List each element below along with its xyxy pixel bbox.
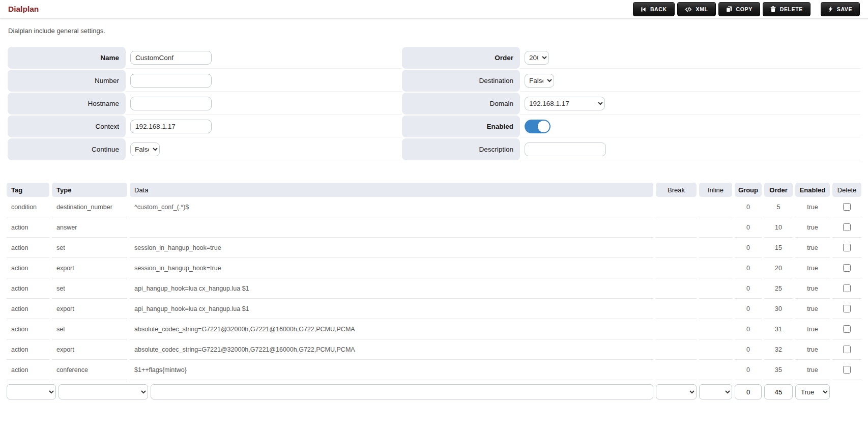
enabled-cell: true [795,258,830,278]
delete-checkbox[interactable] [843,223,851,231]
domain-label: Domain [402,93,520,115]
copy-button[interactable]: COPY [718,2,760,16]
delete-checkbox[interactable] [843,203,851,211]
delete-checkbox[interactable] [843,305,851,312]
order-cell: 10 [764,217,793,238]
order-select[interactable]: 200 [525,51,549,65]
context-input[interactable] [130,120,212,133]
column-header-inline: Inline [699,183,732,197]
new-type-select[interactable] [59,384,148,399]
delete-checkbox[interactable] [843,346,851,353]
column-header-tag[interactable]: Tag [7,183,49,197]
save-button-label: SAVE [837,6,852,12]
new-detail-row: True [7,380,861,399]
hostname-input[interactable] [130,97,212,110]
delete-checkbox[interactable] [843,264,851,272]
tag-cell: action [7,319,49,339]
delete-cell [832,360,861,380]
number-label: Number [8,70,126,92]
form-column-left: NameNumberHostnameContextContinueFalse [8,47,402,161]
tag-cell: action [7,360,49,380]
delete-checkbox[interactable] [843,325,851,333]
new-inline-select[interactable] [699,384,732,399]
data-cell: session_in_hangup_hook=true [130,238,653,258]
data-cell [130,217,653,238]
delete-cell [832,299,861,319]
order-cell: 35 [764,360,793,380]
tag-cell: action [7,238,49,258]
new-break-select[interactable] [656,384,697,399]
new-tag-select[interactable] [7,384,56,399]
enabled-cell: true [795,217,830,238]
inline-cell [699,238,732,258]
group-cell: 0 [735,278,762,299]
delete-checkbox[interactable] [843,366,851,374]
column-header-delete: Delete [832,183,861,197]
description-input[interactable] [525,142,606,156]
continue-select[interactable]: False [130,142,160,156]
back-button-label: BACK [650,6,667,12]
destination-field-row: DestinationFalse [402,70,860,92]
enabled-field-cell [520,116,860,137]
new-order-input[interactable] [764,384,793,399]
break-cell [656,238,697,258]
column-header-data: Data [130,183,653,197]
page-title: Dialplan [8,5,39,14]
delete-checkbox[interactable] [843,284,851,292]
xml-button[interactable]: XML [677,2,716,16]
inline-cell [699,299,732,319]
enabled-cell: true [795,197,830,217]
column-header-order[interactable]: Order [764,183,793,197]
inline-cell [699,258,732,278]
skip-back-icon [641,7,646,12]
break-cell [656,217,697,238]
destination-select[interactable]: False [525,74,554,88]
break-cell [656,197,697,217]
break-cell [656,360,697,380]
order-cell: 5 [764,197,793,217]
save-button[interactable]: SAVE [821,2,860,16]
delete-checkbox[interactable] [843,244,851,251]
enabled-cell: true [795,360,830,380]
type-cell: export [52,339,127,360]
delete-button[interactable]: DELETE [763,2,811,16]
name-label: Name [8,47,126,69]
new-data-input[interactable] [151,384,653,399]
inline-cell [699,278,732,299]
order-cell: 25 [764,278,793,299]
type-cell: set [52,278,127,299]
inline-cell [699,360,732,380]
destination-label: Destination [402,70,520,92]
context-field-row: Context [8,116,402,137]
delete-button-label: DELETE [780,6,803,12]
number-input[interactable] [130,74,212,88]
column-header-group[interactable]: Group [735,183,762,197]
delete-cell [832,258,861,278]
enabled-cell: true [795,319,830,339]
name-field-row: Name [8,47,402,69]
break-cell [656,339,697,360]
type-cell: set [52,238,127,258]
break-cell [656,278,697,299]
table-row: actionsetapi_hangup_hook=lua cx_hangup.l… [7,278,861,299]
name-input[interactable] [130,51,212,65]
domain-select[interactable]: 192.168.1.17 [525,97,605,110]
data-cell: api_hangup_hook=lua cx_hangup.lua $1 [130,278,653,299]
new-group-input[interactable] [735,384,762,399]
column-header-enabled[interactable]: Enabled [795,183,830,197]
context-field-cell [126,116,402,137]
hostname-label: Hostname [8,93,126,115]
order-field-cell: 200 [520,47,860,69]
back-button[interactable]: BACK [633,2,675,16]
domain-field-cell: 192.168.1.17 [520,93,860,115]
group-cell: 0 [735,217,762,238]
break-cell [656,258,697,278]
new-enabled-select[interactable]: True [795,384,830,399]
column-header-type[interactable]: Type [52,183,127,197]
tag-cell: action [7,258,49,278]
type-cell: destination_number [52,197,127,217]
delete-cell [832,197,861,217]
enabled-toggle[interactable] [525,120,551,133]
tag-cell: condition [7,197,49,217]
lightning-icon [828,6,833,12]
